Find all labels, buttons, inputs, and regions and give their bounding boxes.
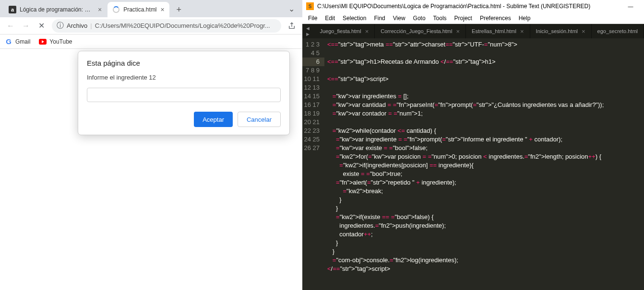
gutter: 1 2 3 4 5 6 7 8 9 10 11 12 13 14 15 16 1… xyxy=(302,38,324,290)
editor[interactable]: 1 2 3 4 5 6 7 8 9 10 11 12 13 14 15 16 1… xyxy=(302,38,644,290)
toolbar: ← → ✕ ⓘ Archivo | C:/Users/MI%20EQUIPO/D… xyxy=(0,17,302,35)
page-content: Esta página dice Informe el ingrediente … xyxy=(0,49,302,290)
tab-label: Inicio_sesión.html xyxy=(536,28,578,34)
menu-find[interactable]: Find xyxy=(370,12,389,23)
menu-help[interactable]: Help xyxy=(515,12,535,23)
forward-button[interactable]: → xyxy=(19,19,33,33)
menu-goto[interactable]: Goto xyxy=(409,12,429,23)
editor-tab-4[interactable]: ego_secreto.html xyxy=(592,24,644,38)
bookmark-label: Gmail xyxy=(15,38,30,45)
sublime-icon: S xyxy=(306,2,314,10)
window-title: C:\Users\MI EQUIPO\Documents\Logica de P… xyxy=(317,3,621,10)
menu-preferences[interactable]: Preferences xyxy=(476,12,515,23)
editor-tab-2[interactable]: Estrellas_html.html× xyxy=(466,24,530,38)
dialog-buttons: Aceptar Cancelar xyxy=(87,112,281,127)
sublime-window: S C:\Users\MI EQUIPO\Documents\Logica de… xyxy=(302,0,644,290)
bookmark-label: YouTube xyxy=(49,38,72,45)
bookmark-youtube[interactable]: YouTube xyxy=(39,38,72,46)
site-info-icon[interactable]: ⓘ xyxy=(57,21,64,30)
menu-tools[interactable]: Tools xyxy=(429,12,451,23)
titlebar: S C:\Users\MI EQUIPO\Documents\Logica de… xyxy=(302,0,644,12)
youtube-icon xyxy=(39,38,47,46)
dialog-message: Informe el ingrediente 12 xyxy=(87,74,281,81)
share-icon[interactable] xyxy=(285,19,298,33)
editor-tab-0[interactable]: Juego_fiesta.html× xyxy=(314,24,375,38)
menubar: File Edit Selection Find View Goto Tools… xyxy=(302,12,644,24)
tab-label: ego_secreto.html xyxy=(597,28,638,34)
dialog-input[interactable] xyxy=(87,88,281,102)
tab-strip: a Lógica de programación: Concep × Pract… xyxy=(0,0,302,17)
minimize-button[interactable]: — xyxy=(621,0,640,12)
js-prompt-dialog: Esta página dice Informe el ingrediente … xyxy=(78,51,290,135)
chevron-down-icon[interactable]: ⌄ xyxy=(284,2,298,15)
url-text: C:/Users/MI%20EQUIPO/Documents/Logica%20… xyxy=(95,22,270,29)
stop-button[interactable]: ✕ xyxy=(35,19,48,33)
editor-tab-3[interactable]: Inicio_sesión.html× xyxy=(530,24,592,38)
tab-label: Juego_fiesta.html xyxy=(320,28,361,34)
bookmarks-bar: G Gmail YouTube xyxy=(0,35,302,49)
divider: | xyxy=(90,22,92,29)
close-icon[interactable]: × xyxy=(365,28,369,35)
close-icon[interactable]: × xyxy=(98,6,102,13)
tab-label: Estrellas_html.html xyxy=(472,28,516,34)
dialog-title: Esta página dice xyxy=(87,59,281,67)
editor-tab-1[interactable]: Corrección_Juego_Fiesta.html× xyxy=(375,24,466,38)
cancel-button[interactable]: Cancelar xyxy=(238,112,281,127)
browser-tab-0[interactable]: a Lógica de programación: Concep × xyxy=(4,2,107,17)
tab-label: Corrección_Juego_Fiesta.html xyxy=(381,28,452,34)
loading-spinner-icon xyxy=(112,6,120,13)
close-icon[interactable]: × xyxy=(582,28,585,35)
editor-tabs: ◄ ► Juego_fiesta.html× Corrección_Juego_… xyxy=(302,24,644,38)
close-icon[interactable]: × xyxy=(456,28,460,35)
new-tab-button[interactable]: + xyxy=(172,3,186,16)
bookmark-gmail[interactable]: G Gmail xyxy=(5,38,30,46)
url-scheme: Archivo xyxy=(67,22,87,29)
chrome-window: a Lógica de programación: Concep × Pract… xyxy=(0,0,302,290)
google-icon: G xyxy=(5,38,12,46)
menu-project[interactable]: Project xyxy=(451,12,476,23)
close-icon[interactable]: × xyxy=(520,28,524,35)
menu-selection[interactable]: Selection xyxy=(339,12,370,23)
menu-file[interactable]: File xyxy=(304,12,321,23)
accept-button[interactable]: Aceptar xyxy=(194,112,233,127)
alura-icon: a xyxy=(9,6,16,13)
menu-view[interactable]: View xyxy=(389,12,409,23)
back-button[interactable]: ← xyxy=(4,19,17,33)
tab-title: Lógica de programación: Concep xyxy=(20,6,94,13)
code-area[interactable]: <=="str">"tag">meta =="str">"attr">chars… xyxy=(324,38,644,290)
menu-edit[interactable]: Edit xyxy=(321,12,339,23)
address-bar[interactable]: ⓘ Archivo | C:/Users/MI%20EQUIPO/Documen… xyxy=(52,19,281,33)
tab-title: Practica.html xyxy=(123,6,156,13)
tab-nav-arrows[interactable]: ◄ ► xyxy=(302,24,314,38)
browser-tab-1[interactable]: Practica.html × xyxy=(107,2,169,17)
close-icon[interactable]: × xyxy=(161,6,165,13)
